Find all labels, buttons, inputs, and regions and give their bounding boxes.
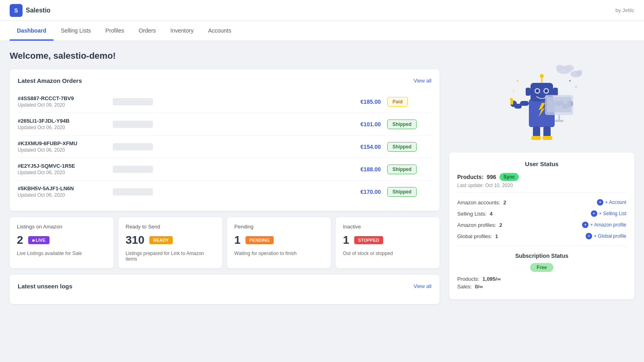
- status-badge: Shipped: [387, 165, 417, 174]
- table-row: #4SS887-RCCCT-7BV9 Updated Oct 09, 2020 …: [18, 90, 431, 113]
- add-circle-icon: +: [586, 233, 592, 239]
- logs-card-header: Latest unseen logs View all: [18, 283, 431, 290]
- status-badge: Shipped: [387, 119, 417, 129]
- status-badge: Shipped: [387, 187, 417, 197]
- order-id: #E2YJ5J-SQMVC-1R5E: [18, 163, 106, 169]
- stat-value: 2: [17, 234, 23, 247]
- svg-point-13: [540, 74, 544, 78]
- add-circle-icon: +: [591, 210, 597, 217]
- stat-value-row: 310 READY: [126, 234, 215, 247]
- products-row: Products: 996 Sync: [457, 173, 626, 181]
- svg-point-35: [513, 90, 514, 92]
- orders-card-header: Latest Amazon Orders View all: [18, 77, 431, 84]
- divider: [457, 246, 626, 246]
- amazon-profiles-value: 2: [499, 222, 502, 228]
- app-name: Salestio: [26, 7, 50, 14]
- order-id: #4SS887-RCCCT-7BV9: [18, 95, 106, 101]
- subscription-title: Subscription Status: [457, 253, 626, 259]
- svg-rect-14: [526, 88, 530, 96]
- stat-badge: LIVE: [28, 236, 50, 244]
- svg-point-11: [545, 89, 548, 93]
- add-circle-icon: +: [582, 222, 588, 228]
- order-placeholder: [113, 166, 153, 173]
- stat-description: Listings prepared for Link to Amazon ite…: [126, 251, 215, 262]
- main-layout: Welcome, salestio-demo! Latest Amazon Or…: [0, 41, 644, 362]
- nav-orders[interactable]: Orders: [132, 21, 163, 41]
- svg-rect-26: [531, 136, 541, 140]
- order-status: Shipped: [387, 165, 431, 174]
- add-selling-list-button[interactable]: + + Selling List: [591, 210, 626, 217]
- stat-description: Waiting for operation to finish: [234, 251, 324, 256]
- main-nav: Dashboard Selling Lists Profiles Orders …: [0, 21, 644, 41]
- order-info: #K3XMU9-6FUBP-XFMU Updated Oct 06, 2020: [18, 140, 106, 153]
- svg-point-33: [569, 80, 571, 82]
- topbar: S Salestio by Jetlic: [0, 0, 644, 21]
- order-info: #4SS887-RCCCT-7BV9 Updated Oct 09, 2020: [18, 95, 106, 108]
- amazon-accounts-label: Amazon accounts: 2: [457, 200, 506, 206]
- subscription-sales-value: 0/∞: [475, 284, 483, 290]
- order-amount: €154.00: [341, 144, 381, 150]
- order-status: Paid: [387, 97, 431, 107]
- add-global-profile-button[interactable]: + + Global profile: [586, 233, 626, 239]
- selling-lists-row: Selling Lists: 4 + + Selling List: [457, 208, 626, 219]
- order-id: #265LI1-3FJDL-Y94B: [18, 118, 106, 124]
- stat-value: 1: [234, 234, 241, 247]
- add-account-button[interactable]: + + Account: [597, 199, 626, 206]
- divider: [457, 192, 626, 193]
- stat-label: Pending: [234, 224, 324, 230]
- svg-point-34: [575, 86, 577, 88]
- sync-badge: Sync: [500, 173, 519, 181]
- order-info: #5KBH5V-5AJF1-LN6N Updated Oct 06, 2020: [18, 185, 106, 198]
- amazon-profiles-label: Amazon profiles: 2: [457, 222, 502, 228]
- nav-inventory[interactable]: Inventory: [163, 21, 201, 41]
- stat-badge: READY: [149, 236, 173, 244]
- svg-point-2: [556, 65, 564, 70]
- user-status-title: User Status: [457, 160, 626, 167]
- logs-view-all[interactable]: View all: [413, 283, 431, 289]
- logo-icon: S: [10, 4, 23, 17]
- order-status: Shipped: [387, 119, 431, 129]
- order-status: Shipped: [387, 142, 431, 152]
- logo-area: S Salestio: [10, 4, 50, 17]
- stat-label: Ready to Send: [126, 224, 215, 230]
- svg-rect-31: [555, 120, 564, 122]
- products-label: Products:: [457, 174, 483, 180]
- order-placeholder: [113, 188, 153, 195]
- orders-view-all[interactable]: View all: [413, 78, 431, 84]
- nav-dashboard[interactable]: Dashboard: [10, 21, 54, 41]
- order-date: Updated Oct 06, 2020: [18, 147, 106, 153]
- add-amazon-profile-button[interactable]: + + Amazon profile: [582, 222, 626, 228]
- nav-profiles[interactable]: Profiles: [98, 21, 132, 41]
- svg-point-1: [564, 65, 574, 71]
- order-placeholder: [113, 98, 153, 105]
- svg-rect-29: [547, 97, 571, 112]
- order-info: #E2YJ5J-SQMVC-1R5E Updated Oct 06, 2020: [18, 163, 106, 175]
- stat-value-row: 1 STOPPED: [343, 234, 432, 247]
- nav-selling-lists[interactable]: Selling Lists: [54, 21, 98, 41]
- global-profiles-value: 1: [495, 233, 498, 239]
- subscription-products: Products: 1,095/∞: [457, 276, 626, 282]
- subscription-sales: Sales: 0/∞: [457, 284, 626, 290]
- selling-lists-label: Selling Lists: 4: [457, 211, 493, 217]
- orders-title: Latest Amazon Orders: [18, 77, 82, 84]
- amazon-accounts-value: 2: [504, 200, 506, 206]
- svg-rect-15: [553, 88, 558, 96]
- last-update: Last update: Oct 10, 2020: [457, 183, 626, 188]
- products-value: 996: [487, 174, 496, 180]
- orders-card: Latest Amazon Orders View all #4SS887-RC…: [10, 69, 440, 211]
- svg-point-10: [536, 89, 539, 93]
- order-placeholder: [113, 143, 153, 150]
- table-row: #E2YJ5J-SQMVC-1R5E Updated Oct 06, 2020 …: [18, 158, 431, 181]
- left-column: Welcome, salestio-demo! Latest Amazon Or…: [10, 51, 440, 353]
- nav-accounts[interactable]: Accounts: [201, 21, 239, 41]
- stat-badge: PENDING: [246, 236, 274, 244]
- order-status: Shipped: [387, 187, 431, 197]
- global-profiles-label: Global profiles: 1: [457, 233, 498, 239]
- stat-description: Out of stock or stopped: [343, 251, 432, 256]
- order-amount: €101.00: [341, 121, 381, 128]
- stat-label: Listings on Amazon: [17, 224, 106, 230]
- right-column: User Status Products: 996 Sync Last upda…: [449, 51, 634, 353]
- add-circle-icon: +: [597, 199, 603, 206]
- logs-card: Latest unseen logs View all: [10, 275, 440, 304]
- stat-value-row: 1 PENDING: [234, 234, 324, 247]
